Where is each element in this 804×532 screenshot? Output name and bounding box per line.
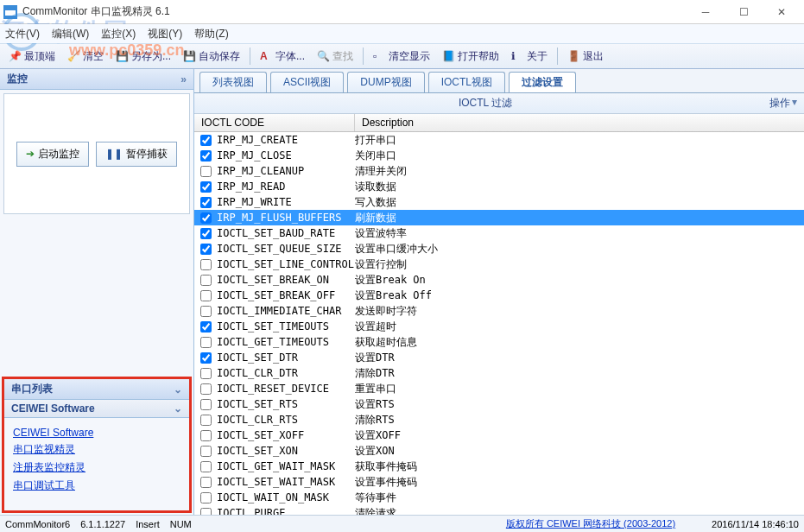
ceiwei-title: CEIWEI Software bbox=[11, 402, 95, 415]
table-row[interactable]: IOCTL_PURGE清除请求 bbox=[194, 505, 804, 515]
menu-edit[interactable]: 编辑(W) bbox=[52, 27, 89, 41]
maximize-button[interactable]: ☐ bbox=[725, 2, 763, 22]
filter-op-label[interactable]: 操作 bbox=[769, 96, 790, 111]
row-checkbox[interactable] bbox=[200, 275, 212, 286]
toolbar-cleardisplay[interactable]: ▫清空显示 bbox=[368, 47, 435, 66]
tab-list-view[interactable]: 列表视图 bbox=[199, 72, 267, 92]
row-checkbox[interactable] bbox=[200, 259, 212, 270]
row-desc: 设置XON bbox=[355, 444, 804, 459]
row-checkbox[interactable] bbox=[200, 461, 212, 472]
row-checkbox[interactable] bbox=[200, 477, 212, 488]
row-checkbox[interactable] bbox=[200, 244, 212, 255]
row-checkbox[interactable] bbox=[200, 446, 212, 457]
menu-help[interactable]: 帮助(Z) bbox=[194, 27, 228, 41]
tab-ascii-view[interactable]: ASCII视图 bbox=[270, 72, 344, 92]
toolbar-font[interactable]: A字体... bbox=[255, 47, 310, 66]
table-row[interactable]: IOCTL_WAIT_ON_MASK等待事件 bbox=[194, 490, 804, 505]
start-monitor-button[interactable]: ➔启动监控 bbox=[16, 142, 89, 167]
table-row[interactable]: IOCTL_SET_LINE_CONTROL设置行控制 bbox=[194, 256, 804, 272]
table-row[interactable]: IOCTL_RESET_DEVICE重置串口 bbox=[194, 381, 804, 396]
table-row[interactable]: IRP_MJ_FLUSH_BUFFERS刷新数据 bbox=[194, 210, 804, 225]
menu-file[interactable]: 文件(V) bbox=[5, 27, 40, 41]
table-row[interactable]: IRP_MJ_CREATE打开串口 bbox=[194, 132, 804, 148]
row-checkbox[interactable] bbox=[200, 399, 212, 410]
pause-capture-button[interactable]: ❚❚暂停捕获 bbox=[96, 142, 177, 167]
toolbar-topmost[interactable]: 📌最顶端 bbox=[3, 47, 60, 66]
menu-view[interactable]: 视图(Y) bbox=[148, 27, 182, 41]
table-row[interactable]: IOCTL_SET_XOFF设置XOFF bbox=[194, 428, 804, 443]
table-row[interactable]: IRP_MJ_CLEANUP清理并关闭 bbox=[194, 163, 804, 179]
close-button[interactable]: ✕ bbox=[763, 2, 801, 22]
row-checkbox[interactable] bbox=[200, 321, 212, 332]
row-checkbox[interactable] bbox=[200, 508, 212, 515]
toolbar-clear[interactable]: 🧹清空 bbox=[62, 47, 109, 66]
row-checkbox[interactable] bbox=[200, 430, 212, 441]
row-checkbox[interactable] bbox=[200, 181, 212, 193]
toolbar-about[interactable]: ℹ关于 bbox=[506, 47, 553, 66]
menu-monitor[interactable]: 监控(X) bbox=[101, 27, 136, 41]
toolbar-openhelp-label: 打开帮助 bbox=[458, 49, 499, 64]
ceiwei-panel-header[interactable]: CEIWEI Software ⌄ bbox=[4, 400, 189, 418]
link-serial-monitor[interactable]: 串口监视精灵 bbox=[13, 442, 180, 457]
table-row[interactable]: IOCTL_SET_RTS设置RTS bbox=[194, 396, 804, 412]
clear-icon: 🧹 bbox=[67, 50, 79, 62]
collapse-icon[interactable]: » bbox=[180, 73, 187, 86]
table-row[interactable]: IRP_MJ_READ读取数据 bbox=[194, 179, 804, 194]
row-desc: 清理并关闭 bbox=[355, 164, 804, 179]
table-row[interactable]: IOCTL_GET_TIMEOUTS获取超时信息 bbox=[194, 334, 804, 350]
table-row[interactable]: IOCTL_SET_XON设置XON bbox=[194, 443, 804, 459]
col-ioctl-code[interactable]: IOCTL CODE bbox=[194, 114, 355, 131]
toolbar-autosave[interactable]: 💾自动保存 bbox=[178, 47, 245, 66]
table-row[interactable]: IOCTL_SET_QUEUE_SIZE设置串口缓冲大小 bbox=[194, 241, 804, 256]
table-row[interactable]: IOCTL_SET_TIMEOUTS设置超时 bbox=[194, 319, 804, 334]
tab-dump-view[interactable]: DUMP视图 bbox=[347, 72, 424, 92]
chevron-down-icon[interactable]: ⌄ bbox=[174, 383, 182, 396]
row-checkbox[interactable] bbox=[200, 415, 212, 426]
row-desc: 获取超时信息 bbox=[355, 335, 804, 350]
link-ceiwei-software[interactable]: CEIWEI Software bbox=[13, 427, 180, 439]
table-row[interactable]: IRP_MJ_WRITE写入数据 bbox=[194, 194, 804, 210]
tab-ioctl-view[interactable]: IOCTL视图 bbox=[428, 72, 505, 92]
link-serial-debug[interactable]: 串口调试工具 bbox=[13, 478, 180, 493]
table-row[interactable]: IOCTL_SET_DTR设置DTR bbox=[194, 350, 804, 365]
row-checkbox[interactable] bbox=[200, 135, 212, 146]
row-checkbox[interactable] bbox=[200, 306, 212, 317]
status-copyright-link[interactable]: 版权所有 CEIWEI 网络科技 (2003-2012) bbox=[506, 517, 675, 530]
row-desc: 写入数据 bbox=[355, 195, 804, 210]
row-checkbox[interactable] bbox=[200, 492, 212, 504]
table-row[interactable]: IOCTL_SET_WAIT_MASK设置事件掩码 bbox=[194, 474, 804, 490]
monitor-panel-header[interactable]: 监控 » bbox=[0, 69, 193, 90]
row-checkbox[interactable] bbox=[200, 228, 212, 239]
tab-filter-settings[interactable]: 过滤设置 bbox=[509, 72, 576, 92]
row-checkbox[interactable] bbox=[200, 352, 212, 364]
minimize-button[interactable]: ─ bbox=[687, 2, 725, 22]
row-checkbox[interactable] bbox=[200, 383, 212, 395]
toolbar-find[interactable]: 🔍查找 bbox=[312, 47, 358, 66]
filter-table[interactable]: IOCTL CODE Description IRP_MJ_CREATE打开串口… bbox=[194, 114, 804, 515]
toolbar-openhelp[interactable]: 📘打开帮助 bbox=[437, 47, 504, 66]
table-row[interactable]: IOCTL_IMMEDIATE_CHAR发送即时字符 bbox=[194, 303, 804, 319]
link-registry-monitor[interactable]: 注册表监控精灵 bbox=[13, 460, 180, 475]
row-checkbox[interactable] bbox=[200, 166, 212, 177]
table-row[interactable]: IOCTL_CLR_DTR清除DTR bbox=[194, 365, 804, 381]
table-row[interactable]: IRP_MJ_CLOSE关闭串口 bbox=[194, 148, 804, 163]
row-checkbox[interactable] bbox=[200, 197, 212, 208]
toolbar-saveas[interactable]: 💾另存为... bbox=[111, 47, 176, 66]
portlist-panel-header[interactable]: 串口列表 ⌄ bbox=[4, 379, 189, 400]
chevron-down-icon[interactable]: ▾ bbox=[792, 96, 797, 111]
table-row[interactable]: IOCTL_SET_BREAK_ON设置Break On bbox=[194, 272, 804, 288]
row-checkbox[interactable] bbox=[200, 290, 212, 301]
toolbar-exit[interactable]: 🚪退出 bbox=[562, 47, 609, 66]
row-checkbox[interactable] bbox=[200, 368, 212, 379]
chevron-down-icon[interactable]: ⌄ bbox=[174, 402, 182, 415]
col-description[interactable]: Description bbox=[355, 114, 804, 131]
row-desc: 设置波特率 bbox=[355, 226, 804, 241]
row-checkbox[interactable] bbox=[200, 337, 212, 348]
table-row[interactable]: IOCTL_GET_WAIT_MASK获取事件掩码 bbox=[194, 459, 804, 474]
row-checkbox[interactable] bbox=[200, 150, 212, 162]
row-checkbox[interactable] bbox=[200, 212, 212, 224]
app-icon bbox=[3, 5, 17, 19]
table-row[interactable]: IOCTL_SET_BAUD_RATE设置波特率 bbox=[194, 225, 804, 241]
table-row[interactable]: IOCTL_CLR_RTS清除RTS bbox=[194, 412, 804, 428]
table-row[interactable]: IOCTL_SET_BREAK_OFF设置Break Off bbox=[194, 288, 804, 303]
